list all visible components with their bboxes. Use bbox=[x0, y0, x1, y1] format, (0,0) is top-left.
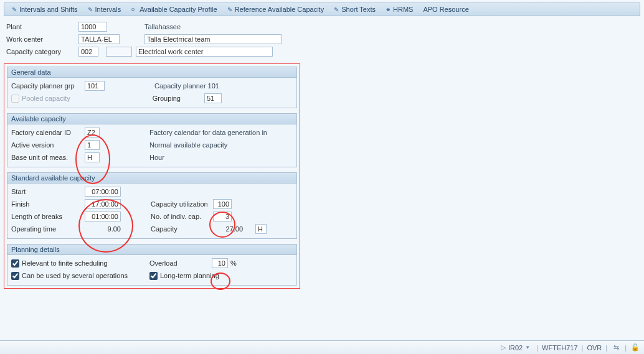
active-version-field[interactable]: 1 bbox=[85, 140, 100, 150]
active-version-label: Active version bbox=[11, 141, 85, 149]
btn-apo[interactable]: APO Resource bbox=[418, 3, 473, 16]
overload-label: Overload bbox=[149, 259, 187, 267]
overload-field[interactable]: 10 bbox=[212, 258, 228, 268]
dropdown-icon[interactable]: ▼ bbox=[523, 345, 533, 350]
breaks-label: Length of breaks bbox=[11, 213, 85, 220]
annotated-region: General data Capacity planner grp 101 Ca… bbox=[4, 63, 300, 289]
capacity-cat-desc-field[interactable]: Electrical work center bbox=[136, 47, 273, 57]
indiv-cap-field[interactable]: 3 bbox=[213, 212, 232, 221]
longterm-checkbox[interactable]: Long-term planning bbox=[149, 270, 219, 281]
pooled-capacity-label: Pooled capacity bbox=[22, 95, 70, 102]
several-ops-checkbox[interactable]: Can be used by several operations bbox=[11, 270, 149, 281]
work-center-desc-field[interactable]: Talla Electrrical team bbox=[144, 34, 282, 44]
optime-label: Operating time bbox=[11, 225, 85, 233]
btn-intervals-shifts-label: Intervals and Shifts bbox=[19, 6, 78, 13]
status-bar: ▷ IR02 ▼ | WFTEH717 | OVR | ⇆ | 🔓 bbox=[0, 340, 644, 354]
planner-grp-field[interactable]: 101 bbox=[85, 81, 105, 91]
header-fields: Plant 1000 Tallahassee Work center TALLA… bbox=[0, 21, 644, 57]
btn-intervals[interactable]: ✎ Intervals bbox=[83, 3, 126, 16]
plant-label: Plant bbox=[6, 23, 78, 30]
group-standard-capacity-title: Standard available capacity bbox=[7, 173, 296, 184]
plant-desc: Tallahassee bbox=[144, 23, 181, 30]
btn-ref-avail-label: Reference Available Capacity bbox=[235, 6, 324, 13]
start-label: Start bbox=[11, 188, 85, 195]
btn-ref-avail[interactable]: ✎ Reference Available Capacity bbox=[222, 3, 329, 16]
plant-field[interactable]: 1000 bbox=[78, 22, 107, 32]
toolbar: ✎ Intervals and Shifts ✎ Intervals ᯣ Ava… bbox=[4, 2, 640, 16]
capacity-cat-label: Capacity category bbox=[6, 48, 78, 55]
capacity-value: 27.00 bbox=[213, 225, 243, 233]
group-planning-details-title: Planning details bbox=[7, 245, 296, 255]
capacity-label: Capacity bbox=[151, 225, 213, 233]
lock-icon[interactable]: 🔓 bbox=[630, 343, 640, 352]
btn-avail-profile-label: Available Capacity Profile bbox=[140, 6, 217, 13]
breaks-field[interactable]: 01:00:00 bbox=[85, 212, 121, 221]
status-mode: OVR bbox=[587, 344, 602, 352]
status-tcode: IR02 bbox=[508, 344, 523, 352]
longterm-input[interactable] bbox=[149, 272, 158, 280]
optime-value: 9.00 bbox=[85, 225, 121, 233]
group-general-data: General data Capacity planner grp 101 Ca… bbox=[7, 67, 297, 108]
btn-intervals-shifts[interactable]: ✎ Intervals and Shifts bbox=[7, 3, 83, 16]
work-center-field[interactable]: TALLA-EL bbox=[78, 34, 120, 44]
btn-short-texts[interactable]: ✎ Short Texts bbox=[329, 3, 381, 16]
indiv-cap-label: No. of indiv. cap. bbox=[151, 213, 213, 220]
factory-cal-field[interactable]: Z2 bbox=[85, 128, 100, 137]
base-uom-label: Base unit of meas. bbox=[11, 154, 85, 161]
several-ops-input[interactable] bbox=[11, 272, 19, 280]
factory-cal-label: Factory calendar ID bbox=[11, 129, 85, 136]
capacity-cat-aux-field[interactable] bbox=[106, 47, 132, 57]
btn-hrms[interactable]: ⚭ HRMS bbox=[381, 3, 418, 16]
pencil-icon: ✎ bbox=[334, 6, 339, 13]
base-uom-desc: Hour bbox=[149, 154, 164, 161]
work-center-label: Work center bbox=[6, 35, 78, 43]
group-available-capacity-title: Available capacity bbox=[7, 114, 296, 124]
finite-scheduling-checkbox[interactable]: Relevant to finite scheduling bbox=[11, 258, 149, 269]
factory-cal-desc: Factory calendar for data generation in bbox=[149, 129, 267, 136]
link-icon: ⚭ bbox=[386, 6, 391, 13]
cap-util-label: Capacity utilization bbox=[151, 200, 213, 208]
glasses-icon: ᯣ bbox=[131, 6, 137, 13]
overload-unit: % bbox=[230, 259, 237, 267]
btn-apo-label: APO Resource bbox=[423, 6, 468, 13]
btn-hrms-label: HRMS bbox=[393, 6, 413, 13]
layout-icon[interactable]: ⇆ bbox=[611, 343, 621, 352]
finish-field[interactable]: 17:00:00 bbox=[85, 199, 121, 209]
group-planning-details: Planning details Relevant to finite sche… bbox=[7, 244, 297, 286]
btn-short-texts-label: Short Texts bbox=[341, 6, 376, 13]
grouping-label: Grouping bbox=[153, 95, 181, 102]
finite-scheduling-label: Relevant to finite scheduling bbox=[22, 259, 108, 267]
pooled-capacity-input bbox=[11, 95, 19, 103]
grouping-field[interactable]: 51 bbox=[204, 93, 222, 103]
group-general-data-title: General data bbox=[7, 67, 296, 78]
capacity-unit-field[interactable]: H bbox=[255, 224, 267, 234]
pencil-icon: ✎ bbox=[227, 6, 232, 13]
cap-util-field[interactable]: 100 bbox=[213, 199, 232, 209]
pencil-icon: ✎ bbox=[12, 6, 17, 13]
start-field[interactable]: 07:00:00 bbox=[85, 187, 121, 197]
pencil-icon: ✎ bbox=[88, 6, 93, 13]
status-system: WFTEH717 bbox=[542, 344, 577, 352]
active-version-desc: Normal available capacity bbox=[149, 141, 227, 149]
group-standard-capacity: Standard available capacity Start 07:00:… bbox=[7, 172, 297, 239]
planner-grp-label: Capacity planner grp bbox=[11, 82, 85, 90]
finite-scheduling-input[interactable] bbox=[11, 259, 19, 268]
several-ops-label: Can be used by several operations bbox=[22, 272, 128, 279]
btn-intervals-label: Intervals bbox=[95, 6, 121, 13]
capacity-cat-field[interactable]: 002 bbox=[78, 47, 98, 57]
group-available-capacity: Available capacity Factory calendar ID Z… bbox=[7, 113, 297, 167]
base-uom-field[interactable]: H bbox=[85, 152, 100, 162]
longterm-label: Long-term planning bbox=[160, 272, 219, 279]
planner-grp-desc: Capacity planner 101 bbox=[154, 82, 219, 90]
nav-arrow-icon[interactable]: ▷ bbox=[498, 343, 508, 352]
pooled-capacity-checkbox: Pooled capacity bbox=[11, 93, 70, 104]
btn-avail-profile[interactable]: ᯣ Available Capacity Profile bbox=[126, 3, 222, 16]
finish-label: Finish bbox=[11, 200, 85, 208]
